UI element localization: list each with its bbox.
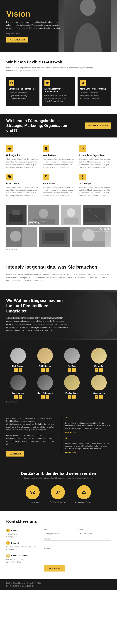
svg-rect-11	[64, 218, 78, 224]
facebook-icon-6[interactable]: f	[41, 395, 45, 398]
avatar-gabbi	[37, 348, 53, 364]
stat-1: 92 Unbegrenzte Ideen	[25, 485, 41, 504]
avatar-margo	[91, 348, 107, 364]
feature-1: Hohe Qualität Vitae sanctet tellus nunc …	[6, 145, 38, 169]
hero-title: Vision	[6, 9, 64, 18]
it-services-subtitle: Lorem ipsum is simply dummy it is a long…	[6, 66, 100, 72]
eleganz-section: Wir Wohnen Eleganz machen Lust auf Fenst…	[0, 290, 117, 340]
team-name-2: Gabbi Hudson	[39, 365, 51, 367]
svg-rect-23	[72, 241, 105, 247]
feature-6-title: 24/7 Support	[79, 182, 111, 185]
svg-point-10	[67, 208, 75, 217]
team-social-4: f t	[95, 368, 103, 372]
svg-rect-5	[12, 210, 20, 215]
team-name-7: Meghan Scavo	[65, 392, 79, 394]
facebook-icon-1[interactable]: f	[14, 368, 18, 372]
hero-content: Vision Duis aute irure dolor in reprehen…	[6, 9, 64, 42]
it-card-2-list: Leistungsstarken Administateur Leistungs…	[44, 94, 73, 103]
it-card-3-title: Mehrjährige Unterstützung	[80, 88, 108, 90]
twitter-icon-5[interactable]: t	[18, 395, 22, 398]
twitter-icon-2[interactable]: t	[46, 368, 49, 372]
it-card-3: Mehrjährige Unterstützung Mehrjährige Un…	[78, 77, 111, 106]
facebook-icon-3[interactable]: f	[68, 368, 71, 372]
team-grid: Nick Dowson f t Gabbi Hudson f t Paul Pe…	[6, 348, 111, 398]
feature-2-text: Vitae sanctet tellus nunc a diam maximas…	[43, 158, 74, 169]
contact-title: Kontaktiere uns	[6, 519, 111, 524]
contact-call-label: 📞 Call Us	[6, 528, 37, 532]
testimonials-left-text-2: Als Ergebnis unserer Philosophie, das ve…	[6, 434, 55, 446]
images-row-2: Flexibilität Sample text. Click to selec…	[6, 227, 111, 247]
intensiv-text: Dapifer refert me est delectus hastas or…	[6, 273, 111, 282]
team-credit: Bild von Freepik	[6, 401, 111, 403]
hero-text: Duis aute irure dolor in reprehenderit i…	[6, 21, 64, 30]
facebook-icon-2[interactable]: f	[41, 368, 45, 372]
footer-info: 123 Rock Street, 21 Avenue, New York, NY…	[6, 582, 111, 588]
stat-2: 37 Schöne Webblöcke	[50, 485, 66, 504]
team-member-8: Linda Larsen f t	[87, 375, 111, 398]
feature-6-text: Vitae sanctet tellus nunc a diam maximas…	[79, 186, 111, 197]
message-textarea[interactable]	[44, 550, 111, 562]
it-services-section: Wir bieten flexible IT-Auswahl Lorem ips…	[0, 52, 117, 114]
testimonials-right: ❝ Lorem dolor sit amet faucibus luco. At…	[62, 417, 111, 457]
testimonials-section: um allen unseren Kunden ein stärkeres un…	[0, 410, 117, 464]
stats-row: 92 Unbegrenzte Ideen 37 Schöne Webblöcke…	[6, 485, 111, 504]
contact-hours: 🕐 Busine vs Stunden Mo - Fr....09:00-17:…	[6, 554, 37, 564]
phone-badge: +12-345-678-89089	[85, 122, 111, 129]
facebook-icon-5[interactable]: f	[14, 395, 18, 398]
contact-section: Kontaktiere uns 📞 Call Us 1 (234) 567-89…	[0, 511, 117, 579]
team-name-4: Margo Kla	[94, 365, 104, 367]
image-box-7: Flexibilität Sample text. Click to selec…	[72, 227, 111, 247]
dark-band-section: Wir beraten Führungskräfte in Strategie,…	[0, 114, 117, 138]
stat-label-3: Responsive Designs	[75, 501, 92, 504]
images-row-1: Marketing Sample text. Click to selectth…	[6, 205, 111, 225]
address-input[interactable]	[44, 540, 111, 546]
contact-info: 📞 Call Us 1 (234) 567-8911 (234) 987-654…	[6, 528, 37, 572]
team-social-2: f t	[41, 368, 49, 372]
feature-3: Erstaunliche Ergebnisse Vitae sanctet te…	[79, 145, 111, 169]
it-cards-container: Unternehmensicherheiten Unternehmensiche…	[6, 77, 111, 106]
hero-weiterlesen-button[interactable]: WEITERLESEN	[6, 37, 28, 42]
avatar-harry	[37, 375, 53, 390]
contact-hours-label: 🕐 Busine vs Stunden	[6, 554, 37, 558]
hero-section: Vision Duis aute irure dolor in reprehen…	[0, 0, 117, 52]
learn-more-button[interactable]: LERN MEHR	[6, 451, 24, 456]
facebook-icon-8[interactable]: f	[95, 395, 99, 398]
image-box-3	[61, 205, 81, 225]
email-input[interactable]	[44, 531, 76, 536]
image-box-2: Marketing Sample text. Click to selectth…	[28, 205, 59, 225]
team-member-5: Sam Jhonson f t	[6, 375, 30, 398]
team-name-8: Linda Larsen	[93, 392, 105, 394]
facebook-icon-7[interactable]: f	[68, 395, 71, 398]
twitter-icon-8[interactable]: t	[99, 395, 103, 398]
name-input[interactable]	[78, 531, 111, 536]
it-services-title: Wir bieten flexible IT-Auswahl	[6, 60, 111, 64]
facebook-icon-4[interactable]: f	[95, 368, 99, 372]
footer-address: 123 Rock Street, 21 Avenue, New York, NY…	[6, 582, 111, 584]
twitter-icon-7[interactable]: t	[72, 395, 76, 398]
tag-icon	[6, 174, 13, 180]
submit-button[interactable]: ABSCHICKT	[44, 566, 65, 572]
testimonial-2: ❝ Etiam sed blandit amet sed faucibus lu…	[62, 437, 111, 454]
intensiv-section: Intensiv ist genau das, was Sie brauchen…	[0, 256, 117, 290]
star-icon	[6, 145, 13, 152]
form-row-3: Message	[44, 547, 111, 562]
it-card-2: Leistungsstarken Administateur Leistungs…	[42, 77, 75, 106]
stat-circle-2: 37	[51, 485, 65, 499]
twitter-icon-4[interactable]: t	[99, 368, 103, 372]
zukunft-title: Die Zukunft, die Sie bald sehen werden	[6, 471, 111, 476]
twitter-icon-1[interactable]: t	[18, 368, 22, 372]
testimonial-2-author: Frank Kinney	[65, 451, 111, 453]
twitter-icon-6[interactable]: t	[46, 395, 49, 398]
server-icon	[44, 80, 50, 86]
eleganz-title: Wir Wohnen Eleganz machen Lust auf Fenst…	[6, 298, 69, 314]
image-box-6	[39, 227, 70, 247]
flexibilitat-sublabel: Sample text. Click to select	[93, 230, 110, 232]
twitter-icon-3[interactable]: t	[72, 368, 76, 372]
avatar-meghan	[64, 375, 80, 390]
team-social-6: f t	[41, 395, 49, 398]
it-card-2-title: Leistungsstarken Administateur	[44, 88, 73, 93]
shield-icon	[9, 80, 14, 86]
support-icon	[80, 80, 86, 86]
quote-icon-2: ❝	[65, 437, 111, 441]
stat-circle-1: 92	[26, 485, 40, 499]
